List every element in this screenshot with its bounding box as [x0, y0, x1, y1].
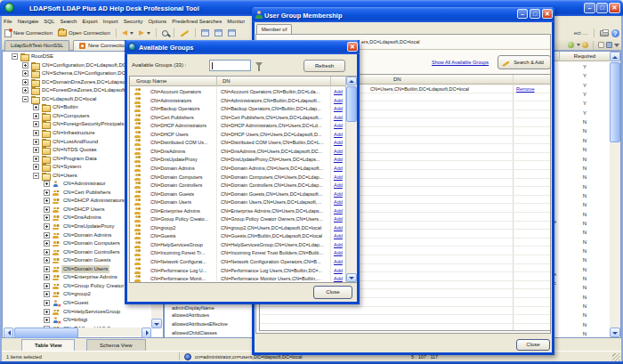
menu-options[interactable]: Options — [146, 19, 168, 24]
minimize-button[interactable]: – — [584, 3, 595, 13]
tree-item-label[interactable]: CN=Program Data — [51, 155, 99, 163]
new-connection-button[interactable]: New Connection — [2, 29, 55, 37]
help-icon[interactable]: ? — [611, 29, 619, 37]
menu-monitor[interactable]: Monitor — [225, 19, 247, 24]
menu-sql[interactable]: SQL — [42, 19, 56, 24]
add-link[interactable]: Add — [334, 182, 343, 188]
expand-icon[interactable] — [33, 156, 39, 162]
expand-icon[interactable] — [33, 104, 39, 110]
groups-vscrollbar[interactable] — [345, 77, 357, 282]
tree-item-label[interactable]: CN=Builtin — [51, 103, 80, 111]
menu-navigate[interactable]: Navigate — [16, 19, 41, 24]
edit-button[interactable] — [177, 32, 192, 35]
add-link[interactable]: Add — [334, 157, 343, 162]
view-caret-icon[interactable] — [577, 44, 580, 46]
expand-icon[interactable] — [22, 79, 28, 85]
add-link[interactable]: Add — [334, 268, 343, 273]
zoom-button[interactable] — [159, 30, 171, 36]
printer-icon[interactable] — [600, 30, 609, 36]
add-link[interactable]: Add — [334, 216, 343, 222]
expand-icon[interactable] — [44, 206, 50, 213]
add-link[interactable]: Add — [334, 149, 343, 154]
add-link[interactable]: Add — [334, 259, 343, 264]
remove-link[interactable]: Remove — [516, 86, 534, 92]
tree-item-label[interactable]: CN=Computers — [51, 112, 92, 120]
tree-item-label[interactable]: CN=NTDS Quotas — [51, 146, 99, 154]
expand-icon[interactable] — [44, 300, 50, 306]
expand-icon[interactable] — [22, 62, 28, 69]
menu-search[interactable]: Search — [58, 19, 78, 24]
add-link[interactable]: Add — [334, 191, 343, 197]
tab-ldapsofttest[interactable]: LdapSoftTest-NonSSL — [4, 40, 69, 51]
add-link[interactable]: Add — [334, 132, 343, 137]
expand-icon[interactable] — [33, 139, 39, 145]
tree-item[interactable]: CN=HelpServicesGroup — [4, 308, 151, 317]
menu-file[interactable]: File — [2, 19, 14, 24]
export-window-button-3[interactable] — [225, 29, 239, 36]
expand-icon[interactable] — [44, 181, 50, 187]
collapse-icon[interactable] — [33, 173, 39, 179]
expand-icon[interactable] — [33, 121, 39, 127]
expand-icon[interactable] — [44, 317, 50, 323]
expand-icon[interactable] — [44, 240, 50, 247]
add-link[interactable]: Add — [334, 199, 343, 205]
expand-icon[interactable] — [22, 70, 28, 77]
add-link[interactable]: Add — [334, 233, 343, 239]
tree-item-label[interactable]: CN=System — [51, 163, 83, 171]
tree-item-label[interactable]: CN=Users — [51, 172, 79, 180]
tree-item-label[interactable]: DC=Ldapsoft,DC=local — [40, 95, 98, 103]
tree-item-label[interactable]: CN=Guest — [61, 299, 90, 307]
filter-icon[interactable] — [255, 62, 263, 67]
expand-icon[interactable] — [44, 223, 50, 230]
forward-button[interactable] — [136, 30, 153, 36]
tree-item-label[interactable]: CN=Domain Admins — [61, 231, 113, 239]
expand-icon[interactable] — [44, 198, 50, 204]
ugm-close-dialog-button[interactable]: Close — [516, 339, 550, 351]
resize-grip[interactable] — [612, 353, 620, 361]
tree-item-label[interactable]: CN=Domain Computers — [61, 239, 122, 247]
expand-icon[interactable] — [44, 232, 50, 239]
collapse-icon[interactable] — [12, 53, 18, 60]
expand-icon[interactable] — [33, 147, 39, 153]
export-window-button-1[interactable] — [198, 29, 212, 36]
tree-item-label[interactable]: CN=Domain Users — [61, 265, 109, 273]
expand-icon[interactable] — [44, 274, 50, 280]
expand-icon[interactable] — [33, 164, 39, 170]
collapse-icon[interactable] — [22, 96, 28, 102]
menu-security[interactable]: Security — [122, 19, 145, 24]
tree-item-label[interactable]: CN=Administrator — [61, 180, 108, 188]
tree-item-label[interactable]: CN=ForeignSecurityPrincipals — [51, 120, 125, 128]
refresh-button[interactable]: Refresh — [303, 60, 345, 72]
tab-table-view[interactable]: Table View — [21, 339, 75, 351]
tree-item-label[interactable]: CN=DnsUpdateProxy — [61, 222, 117, 231]
view-icon-1[interactable] — [568, 42, 574, 48]
export-window-button-2[interactable] — [212, 29, 225, 36]
expand-icon[interactable] — [44, 309, 50, 315]
tree-item-label[interactable]: CN=krbtgt — [61, 316, 89, 324]
search-add-button[interactable]: Search & Add — [498, 55, 551, 69]
add-link[interactable]: Add — [334, 106, 343, 111]
add-link[interactable]: Add — [334, 225, 343, 231]
tree-hscrollbar[interactable] — [4, 328, 151, 336]
ugm-maximize-button[interactable]: □ — [530, 9, 540, 19]
tree-item-label[interactable]: CN=DnsAdmins — [61, 214, 103, 222]
dialog-close-dialog-button[interactable]: Close — [313, 286, 352, 299]
tree-item-label[interactable]: CN=Cert Publishers — [61, 189, 112, 197]
add-link[interactable]: Add — [334, 250, 343, 255]
tree-item-label[interactable]: CN=Domain Guests — [61, 256, 113, 264]
menu-predefined-searches[interactable]: Predefined Searches — [170, 19, 223, 24]
attribute-name[interactable]: allowedAttributesEffective — [172, 320, 228, 328]
open-connection-button[interactable]: Open Connection — [55, 29, 113, 36]
tree-item-label[interactable]: CN=Domain Controllers — [61, 248, 122, 256]
add-link[interactable]: Add — [334, 115, 343, 120]
tree-item-label[interactable]: CN=Enterprise Admins — [61, 273, 119, 281]
add-link[interactable]: Add — [334, 174, 343, 180]
dialog-close-button[interactable]: ✕ — [347, 42, 358, 52]
attribute-name[interactable]: allowedChildClasses — [172, 328, 217, 337]
ugm-minimize-button[interactable]: – — [517, 9, 528, 19]
tree-item[interactable]: ✕CN=krbtgt — [4, 316, 151, 325]
ugm-close-button[interactable]: ✕ — [542, 9, 553, 19]
tab-schema-view[interactable]: Schema View — [86, 339, 146, 351]
add-link[interactable]: Add — [334, 89, 343, 94]
expand-icon[interactable] — [44, 214, 50, 221]
